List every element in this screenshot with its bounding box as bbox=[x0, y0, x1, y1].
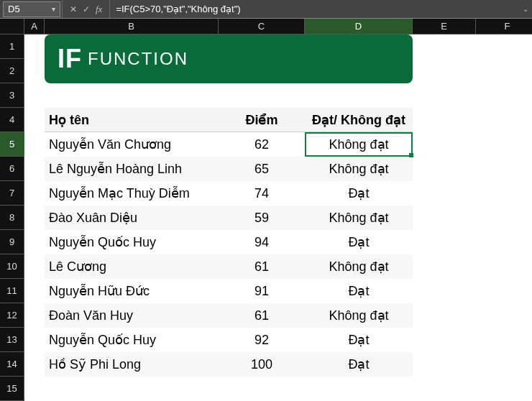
table-row[interactable]: Nguyễn Hữu Đức91Đạt bbox=[45, 279, 413, 303]
table-row[interactable]: Lê Cương61Không đạt bbox=[45, 254, 413, 279]
row-header[interactable]: 4 bbox=[0, 108, 24, 132]
row-header[interactable]: 11 bbox=[0, 279, 24, 303]
cell-score[interactable]: 61 bbox=[219, 259, 305, 275]
table-row[interactable]: Đào Xuân Diệu59Không đạt bbox=[45, 206, 413, 230]
row-header[interactable]: 3 bbox=[0, 83, 24, 108]
title-banner: IF FUNCTION bbox=[45, 34, 413, 83]
cell-name[interactable]: Nguyễn Văn Chương bbox=[45, 137, 219, 152]
row-header[interactable]: 5 bbox=[0, 132, 24, 157]
select-all-corner[interactable] bbox=[0, 19, 24, 34]
header-score: Điểm bbox=[219, 112, 305, 128]
row-header[interactable]: 7 bbox=[0, 181, 24, 206]
cell-score[interactable]: 61 bbox=[219, 308, 305, 323]
fx-button-group: ✕ ✓ fx bbox=[62, 0, 110, 18]
column-header[interactable]: B bbox=[45, 19, 219, 34]
cell-status[interactable]: Đạt bbox=[305, 356, 413, 372]
row-header[interactable]: 9 bbox=[0, 230, 24, 254]
title-function: FUNCTION bbox=[88, 49, 188, 69]
expand-formula-icon[interactable]: ⌄ bbox=[519, 5, 532, 13]
cancel-icon[interactable]: ✕ bbox=[70, 4, 77, 14]
formula-input[interactable]: =IF(C5>70,"Đạt","Không đạt") bbox=[110, 4, 519, 14]
cell-score[interactable]: 94 bbox=[219, 235, 305, 250]
cell-score[interactable]: 62 bbox=[219, 137, 305, 152]
table-header-row: Họ tên Điểm Đạt/ Không đạt bbox=[45, 108, 413, 132]
row-header[interactable]: 15 bbox=[0, 377, 24, 401]
table-row[interactable]: Đoàn Văn Huy61Không đạt bbox=[45, 303, 413, 328]
row-header[interactable]: 6 bbox=[0, 157, 24, 181]
fx-icon[interactable]: fx bbox=[96, 4, 102, 15]
cell-name[interactable]: Nguyễn Quốc Huy bbox=[45, 234, 219, 250]
cell-status[interactable]: Không đạt bbox=[305, 259, 413, 275]
cell-status[interactable]: Đạt bbox=[305, 283, 413, 299]
row-header[interactable]: 13 bbox=[0, 328, 24, 352]
row-header[interactable]: 12 bbox=[0, 303, 24, 328]
cell-status[interactable]: Đạt bbox=[305, 234, 413, 250]
table-row[interactable]: Hồ Sỹ Phi Long100Đạt bbox=[45, 352, 413, 377]
title-if: IF bbox=[58, 44, 82, 74]
cell-name[interactable]: Lê Nguyễn Hoàng Linh bbox=[45, 161, 219, 177]
cell-name[interactable]: Đào Xuân Diệu bbox=[45, 210, 219, 226]
table-row[interactable]: Nguyễn Văn Chương62Không đạt bbox=[45, 132, 413, 157]
column-header[interactable]: E bbox=[413, 19, 476, 34]
chevron-down-icon[interactable]: ▾ bbox=[52, 5, 55, 13]
table-row[interactable]: Nguyễn Mạc Thuỳ Diễm74Đạt bbox=[45, 181, 413, 206]
cell-name[interactable]: Lê Cương bbox=[45, 259, 219, 275]
column-header[interactable]: D bbox=[305, 19, 413, 34]
cell-name[interactable]: Nguyễn Quốc Huy bbox=[45, 332, 219, 348]
cell-name[interactable]: Hồ Sỹ Phi Long bbox=[45, 356, 219, 372]
table-row[interactable]: Lê Nguyễn Hoàng Linh65Không đạt bbox=[45, 157, 413, 181]
data-table: Họ tên Điểm Đạt/ Không đạt Nguyễn Văn Ch… bbox=[45, 108, 413, 377]
cell-status[interactable]: Không đạt bbox=[305, 308, 413, 323]
row-header[interactable]: 2 bbox=[0, 59, 24, 83]
column-headers: ABCDEF bbox=[24, 19, 532, 34]
cell-name[interactable]: Đoàn Văn Huy bbox=[45, 308, 219, 323]
cell-status[interactable]: Không đạt bbox=[305, 161, 413, 177]
cell-status[interactable]: Không đạt bbox=[305, 137, 413, 152]
table-row[interactable]: Nguyễn Quốc Huy92Đạt bbox=[45, 328, 413, 352]
formula-bar: D5 ▾ ✕ ✓ fx =IF(C5>70,"Đạt","Không đạt")… bbox=[0, 0, 532, 19]
cell-score[interactable]: 74 bbox=[219, 186, 305, 201]
cell-status[interactable]: Đạt bbox=[305, 185, 413, 201]
header-name: Họ tên bbox=[45, 112, 219, 128]
column-header[interactable]: F bbox=[476, 19, 532, 34]
cell-status[interactable]: Đạt bbox=[305, 332, 413, 348]
name-box[interactable]: D5 ▾ bbox=[3, 1, 60, 17]
header-status: Đạt/ Không đạt bbox=[305, 112, 413, 128]
cell-name[interactable]: Nguyễn Hữu Đức bbox=[45, 283, 219, 299]
cell-score[interactable]: 91 bbox=[219, 284, 305, 299]
cell-score[interactable]: 59 bbox=[219, 211, 305, 226]
cell-score[interactable]: 92 bbox=[219, 333, 305, 348]
column-header[interactable]: A bbox=[24, 19, 45, 34]
row-header[interactable]: 14 bbox=[0, 352, 24, 377]
row-header[interactable]: 8 bbox=[0, 206, 24, 230]
cell-score[interactable]: 65 bbox=[219, 162, 305, 177]
column-header[interactable]: C bbox=[219, 19, 305, 34]
row-header[interactable]: 10 bbox=[0, 254, 24, 279]
row-header[interactable]: 1 bbox=[0, 34, 24, 59]
cell-score[interactable]: 100 bbox=[219, 357, 305, 372]
table-row[interactable]: Nguyễn Quốc Huy94Đạt bbox=[45, 230, 413, 254]
cell-status[interactable]: Không đạt bbox=[305, 210, 413, 226]
cell-reference: D5 bbox=[8, 4, 20, 14]
confirm-icon[interactable]: ✓ bbox=[83, 4, 90, 14]
cell-name[interactable]: Nguyễn Mạc Thuỳ Diễm bbox=[45, 185, 219, 201]
row-headers: 123456789101112131415 bbox=[0, 34, 24, 401]
